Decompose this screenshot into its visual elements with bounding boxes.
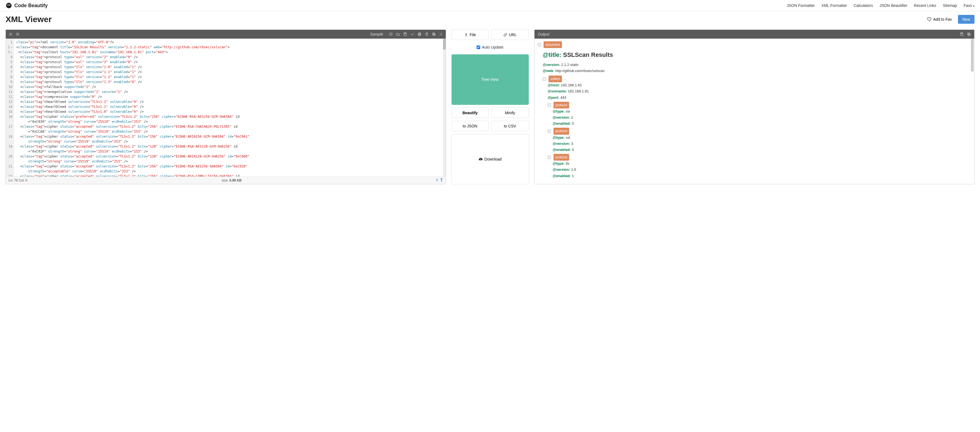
svg-point-1 [8,5,8,5]
svg-rect-6 [10,34,12,34]
output-toolbar: Output [535,30,974,38]
svg-rect-3 [9,33,10,33]
tree-output[interactable]: − document .. @title: SSLScan Results @v… [535,38,974,179]
cursor-position: Ln: 76 Col: 0 [8,179,27,182]
nav-json-formatter[interactable]: JSON Formatter [787,3,815,8]
text-mode-icon-2[interactable]: T [440,178,443,183]
history-icon[interactable] [389,32,393,36]
svg-rect-21 [969,33,970,35]
chevron-down-icon: ▾ [973,5,974,8]
input-editor-panel: Sample 12▾3▾45678910111213141516 17 18 1… [6,30,446,184]
auto-update-checkbox[interactable] [477,46,480,49]
sample-link[interactable]: Sample [370,32,383,37]
svg-rect-19 [465,36,467,36]
output-scrollbar[interactable] [971,38,974,179]
svg-rect-20 [961,33,963,33]
svg-rect-18 [433,33,434,35]
editor-statusbar: Ln: 76 Col: 0 size: 6.98 KB T T [6,177,446,184]
list-icon[interactable] [8,32,13,36]
tree-node-protocol[interactable]: protocol [554,128,569,134]
nav-sitemap[interactable]: Sitemap [943,3,957,8]
svg-rect-7 [9,35,10,35]
tree-view-button[interactable]: Tree View [452,54,529,105]
to-json-button[interactable]: to JSON [452,121,489,131]
check-icon[interactable] [410,32,414,36]
nav-recent-links[interactable]: Recent Links [914,3,936,8]
text-mode-icon[interactable]: T [436,179,438,182]
collapse-toggle[interactable]: − [543,78,546,81]
collapse-toggle[interactable]: − [548,130,551,133]
file-button[interactable]: File [452,30,489,40]
tree-node-document[interactable]: document [544,41,562,48]
svg-rect-9 [16,33,19,33]
brand-name: Code Beautify [14,3,48,8]
new-button[interactable]: New [958,15,974,24]
logo-icon [6,2,12,9]
collapse-toggle[interactable]: − [548,156,551,159]
to-csv-button[interactable]: to CSV [492,121,529,131]
print-icon[interactable] [418,32,422,36]
svg-rect-8 [10,35,12,35]
action-column: File URL Auto Update Tree View Beautify … [452,30,529,184]
output-title: Output [538,32,549,37]
tree-node-ssltest[interactable]: ssltest [549,76,562,82]
auto-update-label: Auto Update [482,45,503,49]
svg-rect-11 [16,35,19,35]
svg-rect-22 [967,33,969,35]
nav-calculators[interactable]: Calculators [854,3,873,8]
svg-rect-10 [16,34,19,34]
link-icon [503,33,507,37]
collapse-toggle[interactable]: − [538,43,541,46]
expand-icon[interactable] [439,32,443,36]
svg-rect-13 [404,33,406,33]
url-button[interactable]: URL [492,30,529,40]
cloud-download-icon [478,157,483,161]
svg-rect-17 [433,33,435,35]
nav-favs[interactable]: Favs▾ [964,3,974,8]
heart-icon [927,17,931,22]
copy-icon[interactable] [432,32,436,36]
svg-point-2 [9,5,10,5]
tree-node-protocol[interactable]: protocol [554,102,569,108]
editor-toolbar: Sample [6,30,446,38]
output-panel: Output − document .. @title: SSLScan Res… [534,30,975,184]
nav-xml-formatter[interactable]: XML Formatter [821,3,847,8]
save-output-icon[interactable] [960,32,964,36]
open-icon[interactable] [396,32,400,36]
top-nav: JSON Formatter XML Formatter Calculators… [787,3,974,8]
page-title: XML Viewer [6,14,52,24]
svg-rect-4 [10,33,12,33]
lines-icon[interactable] [16,32,19,36]
file-size: size: 6.98 KB [222,179,242,182]
collapse-toggle[interactable]: − [548,104,551,107]
nav-json-beautifier[interactable]: JSON Beautifier [880,3,907,8]
brand-logo[interactable]: Code Beautify [6,2,48,9]
code-editor[interactable]: 12▾3▾45678910111213141516 17 18 19 20 21… [6,38,446,177]
save-icon[interactable] [403,32,407,36]
trash-icon[interactable] [425,32,429,36]
minify-button[interactable]: Minify [492,108,529,118]
copy-output-icon[interactable] [967,32,971,36]
svg-rect-5 [9,34,10,34]
tree-node-protocol[interactable]: protocol [554,154,569,161]
svg-point-0 [6,3,11,8]
add-to-fav-button[interactable]: Add to Fav [924,15,955,24]
beautify-button[interactable]: Beautify [452,108,489,118]
upload-icon [464,33,468,37]
editor-scrollbar[interactable] [443,38,446,177]
download-button[interactable]: Download [452,134,529,185]
